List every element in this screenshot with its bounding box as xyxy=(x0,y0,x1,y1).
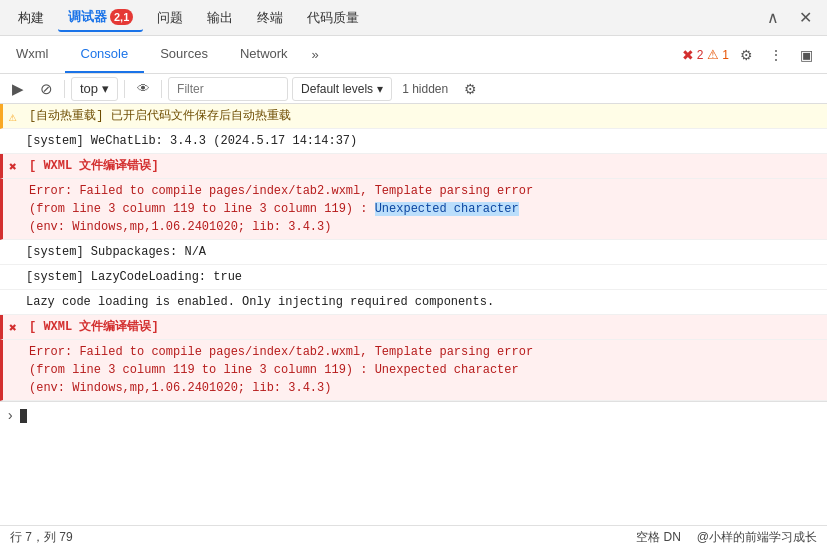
warn-icon: ⚠ xyxy=(707,47,719,62)
console-content[interactable]: ⚠ [自动热重载] 已开启代码文件保存后自动热重载 [system] WeCha… xyxy=(0,104,827,525)
toolbar-divider2 xyxy=(124,80,125,98)
error-highlight-1: Unexpected character xyxy=(375,202,519,216)
error-detail-2: Error: Failed to compile pages/index/tab… xyxy=(29,343,821,397)
build-tab[interactable]: 构建 xyxy=(8,5,54,31)
wxml-tab[interactable]: Wxml xyxy=(0,36,65,73)
console-toolbar: ▶ ⊘ top ▾ 👁 Default levels ▾ 1 hidden ⚙ xyxy=(0,74,827,104)
wechatlib-message: [system] WeChatLib: 3.4.3 (2024.5.17 14:… xyxy=(26,132,821,150)
collapse-btn[interactable]: ∧ xyxy=(759,4,787,32)
context-value: top xyxy=(80,81,98,96)
error-badge: ✖ 2 xyxy=(682,47,704,63)
context-selector[interactable]: top ▾ xyxy=(71,77,118,101)
error-detail-1: Error: Failed to compile pages/index/tab… xyxy=(29,182,821,236)
console-row-error-detail2: Error: Failed to compile pages/index/tab… xyxy=(0,340,827,401)
filter-input[interactable] xyxy=(168,77,288,101)
console-prompt-icon: › xyxy=(6,408,14,424)
error-icon: ✖ xyxy=(682,47,694,63)
context-dropdown-icon: ▾ xyxy=(102,81,109,96)
devtools-tabbar: Wxml Console Sources Network » ✖ 2 ⚠ 1 ⚙… xyxy=(0,36,827,74)
clear-console-btn[interactable]: ⊘ xyxy=(34,77,58,101)
debugger-badge: 2,1 xyxy=(110,9,133,25)
network-tab[interactable]: Network xyxy=(224,36,304,73)
subpackages-message: [system] Subpackages: N/A xyxy=(26,243,821,261)
levels-dropdown-icon: ▾ xyxy=(377,82,383,96)
console-row-lazy1: [system] LazyCodeLoading: true xyxy=(0,265,827,290)
toolbar-divider1 xyxy=(64,80,65,98)
error-icon-1: ✖ xyxy=(9,159,25,175)
error-label-1: [ WXML 文件编译错误] xyxy=(29,157,821,175)
console-row-subpackages: [system] Subpackages: N/A xyxy=(0,240,827,265)
network-tab-label: Network xyxy=(240,46,288,61)
levels-selector[interactable]: Default levels ▾ xyxy=(292,77,392,101)
error-label-2: [ WXML 文件编译错误] xyxy=(29,318,821,336)
sources-tab-label: Sources xyxy=(160,46,208,61)
devtools-tab-right: ✖ 2 ⚠ 1 ⚙ ⋮ ▣ xyxy=(682,36,827,73)
lazy-message1: [system] LazyCodeLoading: true xyxy=(26,268,821,286)
console-input-row[interactable]: › xyxy=(0,401,827,429)
issues-tab[interactable]: 问题 xyxy=(147,5,193,31)
console-row-error-label2: ✖ [ WXML 文件编译错误] xyxy=(0,315,827,340)
devtools-dock-btn[interactable]: ▣ xyxy=(793,42,819,68)
console-row-warn: ⚠ [自动热重载] 已开启代码文件保存后自动热重载 xyxy=(0,104,827,129)
warn-icon: ⚠ xyxy=(9,109,25,125)
console-settings-btn[interactable]: ⚙ xyxy=(458,77,482,101)
top-toolbar: 构建 调试器 2,1 问题 输出 终端 代码质量 ∧ ✕ xyxy=(0,0,827,36)
status-encoding: 空格 DN xyxy=(636,529,681,546)
codequality-tab[interactable]: 代码质量 xyxy=(297,5,369,31)
devtools-menu-btn[interactable]: ⋮ xyxy=(763,42,789,68)
console-tab[interactable]: Console xyxy=(65,36,145,73)
warn-count: 1 xyxy=(722,48,729,62)
sources-tab[interactable]: Sources xyxy=(144,36,224,73)
more-icon: » xyxy=(312,47,319,62)
warn-message: [自动热重载] 已开启代码文件保存后自动热重载 xyxy=(29,107,821,125)
status-bar: 行 7，列 79 空格 DN @小样的前端学习成长 xyxy=(0,525,827,549)
devtools-settings-btn[interactable]: ⚙ xyxy=(733,42,759,68)
console-row-error-detail1: Error: Failed to compile pages/index/tab… xyxy=(0,179,827,240)
console-tab-label: Console xyxy=(81,46,129,61)
console-row-lazy2: Lazy code loading is enabled. Only injec… xyxy=(0,290,827,315)
console-row-wechatlib: [system] WeChatLib: 3.4.3 (2024.5.17 14:… xyxy=(0,129,827,154)
close-btn[interactable]: ✕ xyxy=(791,4,819,32)
error-count: 2 xyxy=(697,48,704,62)
status-position: 行 7，列 79 xyxy=(10,529,73,546)
hidden-count: 1 hidden xyxy=(396,82,454,96)
status-user: @小样的前端学习成长 xyxy=(697,529,817,546)
terminal-tab[interactable]: 终端 xyxy=(247,5,293,31)
more-tabs-btn[interactable]: » xyxy=(304,36,327,73)
toolbar-divider3 xyxy=(161,80,162,98)
debugger-label: 调试器 xyxy=(68,8,107,26)
warn-badge: ⚠ 1 xyxy=(707,47,729,62)
eye-btn[interactable]: 👁 xyxy=(131,77,155,101)
console-cursor xyxy=(20,409,27,423)
lazy-message2: Lazy code loading is enabled. Only injec… xyxy=(26,293,821,311)
console-row-error-label1: ✖ [ WXML 文件编译错误] xyxy=(0,154,827,179)
execute-btn[interactable]: ▶ xyxy=(6,77,30,101)
output-tab[interactable]: 输出 xyxy=(197,5,243,31)
wxml-tab-label: Wxml xyxy=(16,46,49,61)
debugger-tab[interactable]: 调试器 2,1 xyxy=(58,4,143,32)
error-icon-2: ✖ xyxy=(9,320,25,336)
status-bar-right: 空格 DN @小样的前端学习成长 xyxy=(636,529,817,546)
levels-label: Default levels xyxy=(301,82,373,96)
